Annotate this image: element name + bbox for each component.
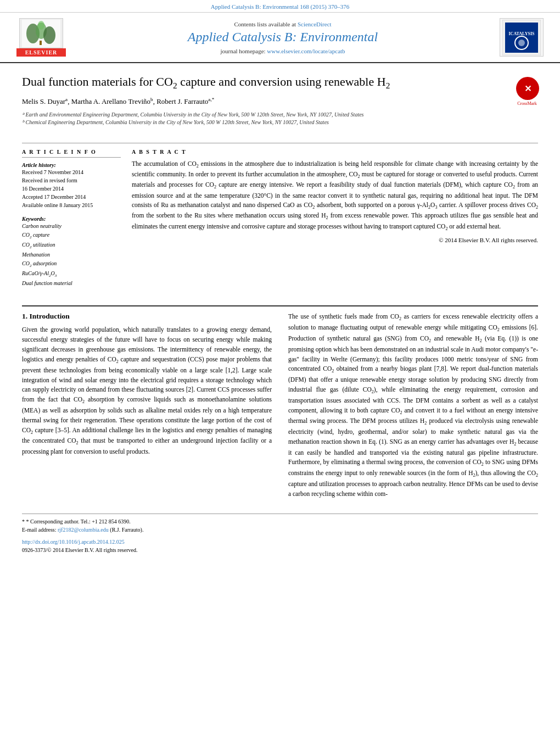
keywords-list: Carbon neutrality CO2 capture CO2 utiliz… <box>22 222 121 288</box>
homepage-url[interactable]: www.elsevier.com/locate/apcatb <box>267 48 345 54</box>
intro-right-text: The use of synthetic fuels made from CO2… <box>288 312 538 499</box>
catalyst-journal-logo: ICATALYSIS <box>500 18 544 57</box>
keyword-1: Carbon neutrality <box>22 222 121 231</box>
article-info: A R T I C L E I N F O Article history: R… <box>22 149 121 295</box>
abstract-section: A B S T R A C T The accumulation of CO2 … <box>132 149 538 295</box>
abstract-heading: A B S T R A C T <box>132 149 538 155</box>
affiliations: ᵃ Earth and Environmental Engineering De… <box>22 111 511 126</box>
affiliation-a: ᵃ Earth and Environmental Engineering De… <box>22 111 511 119</box>
sciencedirect-link[interactable]: ScienceDirect <box>298 21 332 27</box>
received-date: Received 7 November 2014 <box>22 168 121 176</box>
journal-reference-bar: Applied Catalysis B: Environmental 168 (… <box>0 0 560 13</box>
keyword-5: CO2 adsorption <box>22 259 121 269</box>
svg-rect-4 <box>40 41 42 45</box>
article-history: Article history: Received 7 November 201… <box>22 162 121 209</box>
intro-right-col: The use of synthetic fuels made from CO2… <box>288 312 538 502</box>
article-body: Dual function materials for CO2 capture … <box>0 63 560 305</box>
online-date: Available online 8 January 2015 <box>22 201 121 209</box>
keyword-6: RuCaO/γ-Al2O3 <box>22 269 121 279</box>
keyword-7: Dual function material <box>22 279 121 288</box>
article-title-section: Dual function materials for CO2 capture … <box>22 74 538 137</box>
keyword-3: CO2 utilization <box>22 241 121 250</box>
article-info-heading: A R T I C L E I N F O <box>22 149 121 155</box>
svg-rect-7 <box>505 23 538 53</box>
elsevier-tree-image <box>19 18 63 48</box>
accepted-date: Accepted 17 December 2014 <box>22 193 121 201</box>
doi-link[interactable]: http://dx.doi.org/10.1016/j.apcatb.2014.… <box>22 539 125 545</box>
email-footnote: E-mail address: rjf2182@columbia.edu (R.… <box>22 526 538 534</box>
history-label: Article history: <box>22 162 121 168</box>
introduction-section: 1. Introduction Given the growing world … <box>22 312 538 502</box>
issn-text: 0926-3373/© 2014 Elsevier B.V. All right… <box>22 546 538 554</box>
intro-heading: 1. Introduction <box>22 312 272 321</box>
intro-left-text: Given the growing world population, whic… <box>22 325 272 456</box>
elsevier-wordmark: ELSEVIER <box>16 48 66 57</box>
keywords-section: Keywords: Carbon neutrality CO2 capture … <box>22 216 121 288</box>
email-link[interactable]: rjf2182@columbia.edu <box>58 527 109 533</box>
journal-title: Applied Catalysis B: Environmental <box>77 30 489 44</box>
divider-1 <box>22 143 538 143</box>
asterisk-symbol: * <box>22 518 26 525</box>
revised-date: 16 December 2014 <box>22 185 121 193</box>
corresponding-author: * * Corresponding author. Tel.: +1 212 8… <box>22 517 538 526</box>
keyword-4: Methanation <box>22 250 121 259</box>
intro-left-col: 1. Introduction Given the growing world … <box>22 312 272 502</box>
contents-line: Contents lists available at ScienceDirec… <box>77 21 489 27</box>
crossmark-logo: ✕ CrossMark <box>516 77 538 99</box>
elsevier-logo: ELSEVIER <box>16 18 66 57</box>
homepage-line: journal homepage: www.elsevier.com/locat… <box>77 48 489 54</box>
svg-point-10 <box>518 40 525 46</box>
abstract-text: The accumulation of CO2 emissions in the… <box>132 159 538 232</box>
copyright-text: © 2014 Elsevier B.V. All rights reserved… <box>132 237 538 243</box>
article-title: Dual function materials for CO2 capture … <box>22 74 511 91</box>
journal-header: ELSEVIER Contents lists available at Sci… <box>0 13 560 63</box>
main-content: 1. Introduction Given the growing world … <box>0 306 560 565</box>
svg-text:ICATALYSIS: ICATALYSIS <box>509 31 535 36</box>
affiliation-b: ᵇ Chemical Engineering Department, Colum… <box>22 119 511 126</box>
keyword-2: CO2 capture <box>22 231 121 241</box>
svg-point-3 <box>43 26 55 44</box>
keywords-heading: Keywords: <box>22 216 121 222</box>
journal-ref-text: Applied Catalysis B: Environmental 168 (… <box>211 3 349 10</box>
revised-label: Received in revised form <box>22 176 121 185</box>
article-info-abstract: A R T I C L E I N F O Article history: R… <box>22 149 538 295</box>
svg-point-5 <box>38 21 44 30</box>
journal-center-info: Contents lists available at ScienceDirec… <box>66 21 500 54</box>
footnote-section: * * Corresponding author. Tel.: +1 212 8… <box>22 514 538 554</box>
authors: Melis S. Duyara, Martha A. Arellano Trev… <box>22 97 511 106</box>
